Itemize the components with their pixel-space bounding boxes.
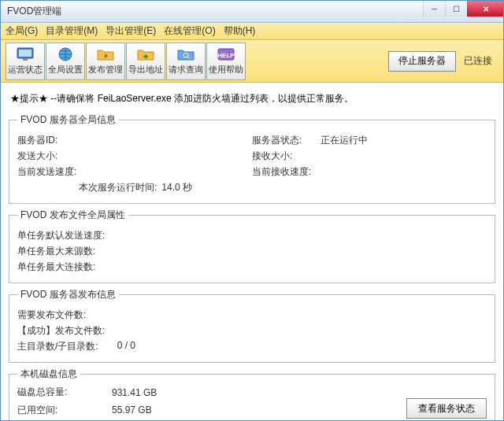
dir-label: 主目录数/子目录数: (17, 340, 98, 353)
server-info-group: FVOD 服务器全局信息 服务器ID: 服务器状态:正在运行中 发送大小: 接收… (9, 113, 495, 204)
help-icon: HELP (217, 46, 235, 62)
send-speed-label: 当前发送速度: (17, 165, 76, 179)
runtime-label: 本次服务运行时间: (79, 181, 157, 194)
server-status-value: 正在运行中 (321, 134, 368, 147)
connection-status: 已连接 (464, 54, 492, 68)
folder-search-icon (176, 46, 195, 62)
disk-info-group: 本机磁盘信息 磁盘总容量: 931.41 GB 已用空间: 55.97 GB 查… (9, 367, 495, 420)
default-speed-label: 单任务默认发送速度: (17, 229, 105, 242)
recv-size-label: 接收大小: (252, 150, 292, 163)
query-button[interactable]: 请求查询 (166, 42, 206, 80)
globe-icon (56, 46, 75, 62)
tip-text: ★提示★ --请确保将 FeiLaoServer.exe 添加进防火墙通过列表，… (10, 92, 494, 105)
publish-button[interactable]: 发布管理 (86, 42, 125, 80)
svg-rect-2 (23, 58, 28, 61)
max-sources-label: 单任务最大来源数: (17, 245, 95, 258)
window-buttons: ─ ☐ ✕ (423, 1, 503, 17)
menu-global[interactable]: 全局(G) (6, 24, 38, 38)
svg-text:HELP: HELP (217, 52, 235, 59)
disk-total-value: 931.41 GB (112, 387, 222, 398)
server-id-label: 服务器ID: (17, 134, 57, 147)
recv-speed-label: 当前接收速度: (252, 165, 311, 179)
publish-attr-group: FVOD 发布文件全局属性 单任务默认发送速度: 单任务最大来源数: 单任务最大… (9, 209, 495, 283)
disk-used-label: 已用空间: (17, 404, 112, 417)
close-button[interactable]: ✕ (467, 1, 503, 17)
server-info-legend: FVOD 服务器全局信息 (17, 113, 119, 127)
max-conns-label: 单任务最大连接数: (17, 260, 95, 274)
dir-value: 0 / 0 (117, 340, 135, 353)
disk-total-label: 磁盘总容量: (17, 386, 112, 399)
app-window: FVOD管理端 ─ ☐ ✕ 全局(G) 目录管理(M) 导出管理(E) 在线管理… (0, 0, 504, 421)
menu-online[interactable]: 在线管理(O) (164, 24, 215, 38)
menubar: 全局(G) 目录管理(M) 导出管理(E) 在线管理(O) 帮助(H) (1, 23, 503, 40)
content-area: ★提示★ --请确保将 FeiLaoServer.exe 添加进防火墙通过列表，… (1, 83, 503, 420)
publish-info-legend: FVOD 服务器发布信息 (17, 288, 119, 301)
minimize-button[interactable]: ─ (423, 1, 445, 17)
publish-attr-legend: FVOD 发布文件全局属性 (17, 209, 128, 222)
menu-help[interactable]: 帮助(H) (224, 24, 256, 38)
monitor-icon (16, 46, 35, 62)
toolbar: 运营状态 全局设置 发布管理 导出地址 请求查询 HELP 使用帮助 停止服务器… (1, 40, 503, 83)
window-title: FVOD管理端 (7, 5, 423, 18)
export-addr-button[interactable]: 导出地址 (126, 42, 165, 80)
titlebar: FVOD管理端 ─ ☐ ✕ (1, 1, 503, 23)
publish-info-group: FVOD 服务器发布信息 需要发布文件数: 【成功】发布文件数: 主目录数/子目… (9, 288, 495, 363)
menu-catalog[interactable]: 目录管理(M) (46, 24, 98, 38)
folder-arrow-icon (96, 46, 115, 62)
disk-info-legend: 本机磁盘信息 (17, 367, 80, 381)
need-count-label: 需要发布文件数: (17, 308, 86, 322)
settings-button[interactable]: 全局设置 (46, 42, 85, 80)
send-size-label: 发送大小: (17, 150, 57, 163)
disk-used-value: 55.97 GB (112, 404, 222, 415)
svg-rect-1 (19, 50, 32, 57)
runtime-value: 14.0 秒 (161, 181, 192, 194)
view-status-button[interactable]: 查看服务状态 (406, 398, 487, 419)
menu-export[interactable]: 导出管理(E) (106, 24, 156, 38)
success-count-label: 【成功】发布文件数: (17, 324, 105, 338)
stop-server-button[interactable]: 停止服务器 (388, 51, 456, 72)
maximize-button[interactable]: ☐ (445, 1, 467, 17)
folder-export-icon (136, 46, 155, 62)
server-status-label: 服务器状态: (252, 134, 302, 147)
status-button[interactable]: 运营状态 (6, 42, 45, 80)
help-button[interactable]: HELP 使用帮助 (206, 42, 246, 80)
